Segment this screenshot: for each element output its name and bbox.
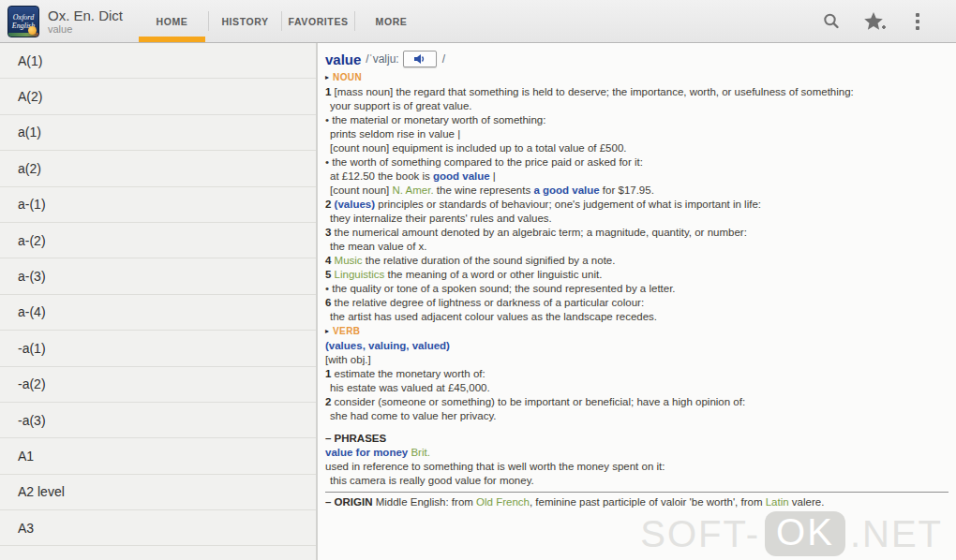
pos-label: VERB	[333, 326, 360, 336]
word-list-item[interactable]: a(2)	[0, 151, 316, 186]
word-label: a(1)	[18, 125, 41, 140]
definition-line: – PHRASES	[325, 432, 949, 446]
text-segment: [mass noun] the regard that something is…	[335, 86, 854, 97]
word-list-item[interactable]: A(1)	[0, 43, 316, 79]
word-list-item[interactable]: A2 level	[0, 475, 316, 510]
definition-line: 5 Linguistics the meaning of a word or o…	[325, 268, 949, 282]
tab-bar: HOMEHISTORYFAVORITESMORE	[136, 0, 427, 42]
watermark-left: SOFT-	[640, 513, 760, 555]
cross-reference-link[interactable]: (values)	[335, 199, 375, 210]
text-segment: the numerical amount denoted by an algeb…	[335, 227, 747, 238]
text-segment: 1	[325, 86, 335, 97]
word-label: A(1)	[18, 53, 42, 68]
definition-line: 4 Music the relative duration of the sou…	[325, 254, 949, 268]
word-list-item[interactable]: a-(1)	[0, 187, 316, 223]
watermark-ok-badge: OK	[765, 511, 845, 556]
word-list-item[interactable]: -a(3)	[0, 403, 316, 438]
definition-line: 2 consider (someone or something) to be …	[325, 395, 949, 409]
text-segment: prints seldom rise in value |	[330, 128, 460, 140]
word-label: a-(1)	[18, 197, 46, 212]
subject-label: Brit.	[411, 447, 429, 458]
definition-line: she had come to value her privacy.	[325, 409, 949, 423]
headword-line: value /ˈvalju: /	[325, 50, 949, 68]
word-list-item[interactable]: A(2)	[0, 79, 316, 114]
search-button[interactable]	[810, 0, 853, 43]
word-list-item[interactable]: -a(1)	[0, 331, 316, 366]
word-list: A(1)A(2)a(1)a(2)a-(1)a-(2)a-(3)a-(4)-a(1…	[0, 43, 318, 560]
word-list-item[interactable]: -a(2)	[0, 367, 316, 403]
word-label: -a(1)	[18, 341, 46, 356]
add-favorite-button[interactable]	[853, 0, 896, 43]
word-label: a-(4)	[18, 304, 46, 319]
word-list-item[interactable]: A3	[0, 510, 316, 546]
part-of-speech-line: ▸VERB	[325, 325, 949, 337]
word-list-item[interactable]: a-(3)	[0, 258, 316, 294]
action-bar	[810, 0, 956, 42]
text-segment: used in reference to something that is w…	[325, 461, 665, 472]
definition-line: value for money Brit.	[325, 446, 949, 460]
tab-favorites[interactable]: FAVORITES	[282, 0, 354, 42]
text-segment: the relative degree of lightness or dark…	[335, 297, 645, 308]
word-list-item[interactable]: a(1)	[0, 115, 316, 151]
text-segment: the meaning of a word or other linguisti…	[384, 269, 602, 280]
text-segment: at £12.50 the book is	[330, 170, 433, 182]
definition-line: • the material or monetary worth of some…	[325, 113, 949, 127]
word-list-item[interactable]: a-(4)	[0, 295, 316, 331]
top-bar: Oxford English Ox. En. Dict value HOMEHI…	[0, 0, 956, 43]
text-segment: estimate the monetary worth of:	[335, 368, 485, 379]
text-segment: [count noun] equipment is included up to…	[330, 142, 626, 154]
text-segment: your support is of great value.	[330, 100, 472, 111]
text-segment: – PHRASES	[325, 433, 386, 444]
subject-label: Music	[335, 255, 363, 266]
active-tab-underline	[139, 37, 205, 42]
text-segment: the wine represents	[434, 184, 534, 196]
text-segment: 1	[325, 368, 335, 379]
text-segment: 6	[325, 297, 335, 308]
pronunciation-close: /	[442, 52, 445, 66]
overflow-menu-button[interactable]	[896, 0, 939, 43]
word-label: A1	[18, 449, 34, 464]
definition-panel: value /ˈvalju: / ▸NOUN1 [mass noun] the …	[320, 43, 956, 560]
text-segment: they internalize their parents' rules an…	[330, 213, 552, 224]
tab-more[interactable]: MORE	[355, 0, 427, 42]
tab-home[interactable]: HOME	[136, 0, 208, 42]
text-segment: • the quality or tone of a spoken sound;…	[325, 283, 676, 294]
definition-line: at £12.50 the book is good value |	[325, 169, 949, 184]
text-segment: she had come to value her privacy.	[330, 410, 497, 421]
word-label: A(2)	[18, 89, 42, 104]
pos-bullet-icon: ▸	[325, 328, 329, 335]
word-list-item[interactable]: a-(2)	[0, 223, 316, 258]
tab-label: FAVORITES	[288, 16, 348, 27]
section-separator	[325, 492, 949, 493]
text-segment: the artist has used adjacent colour valu…	[330, 311, 657, 322]
title-block: Ox. En. Dict value	[48, 7, 123, 36]
logo-line1: Oxford	[13, 13, 34, 22]
text-segment: – ORIGIN	[325, 496, 376, 508]
watermark-right: .NET	[850, 513, 943, 555]
definition-line: 6 the relative degree of lightness or da…	[325, 296, 949, 310]
definition-line: [count noun] equipment is included up to…	[325, 141, 949, 155]
text-segment: 3	[325, 227, 335, 238]
search-icon	[821, 11, 842, 32]
definition-line: [count noun] N. Amer. the wine represent…	[325, 184, 949, 198]
speaker-icon	[413, 53, 426, 65]
definition-line: 3 the numerical amount denoted by an alg…	[325, 226, 949, 240]
cross-reference-link[interactable]: (values, valuing, valued)	[325, 340, 450, 351]
definition-line: 1 estimate the monetary worth of:	[325, 367, 949, 381]
word-list-item[interactable]: A1	[0, 438, 316, 474]
cross-reference-link[interactable]: value for money	[325, 447, 408, 458]
word-label: -a(2)	[18, 376, 46, 391]
cross-reference-link[interactable]: a good value	[533, 184, 599, 196]
headword: value	[325, 52, 361, 67]
pos-bullet-icon: ▸	[325, 74, 329, 81]
definition-line: prints seldom rise in value |	[325, 127, 949, 141]
definition-line: they internalize their parents' rules an…	[325, 212, 949, 226]
subject-label: N. Amer.	[393, 184, 434, 196]
favorite-add-icon	[862, 10, 887, 33]
watermark: SOFT- OK .NET	[640, 511, 943, 556]
pronounce-button[interactable]	[403, 51, 437, 67]
text-segment: • the material or monetary worth of some…	[325, 114, 545, 125]
cross-reference-link[interactable]: good value	[433, 170, 490, 182]
tab-history[interactable]: HISTORY	[209, 0, 281, 42]
definition-line: this camera is really good value for mon…	[325, 474, 949, 488]
